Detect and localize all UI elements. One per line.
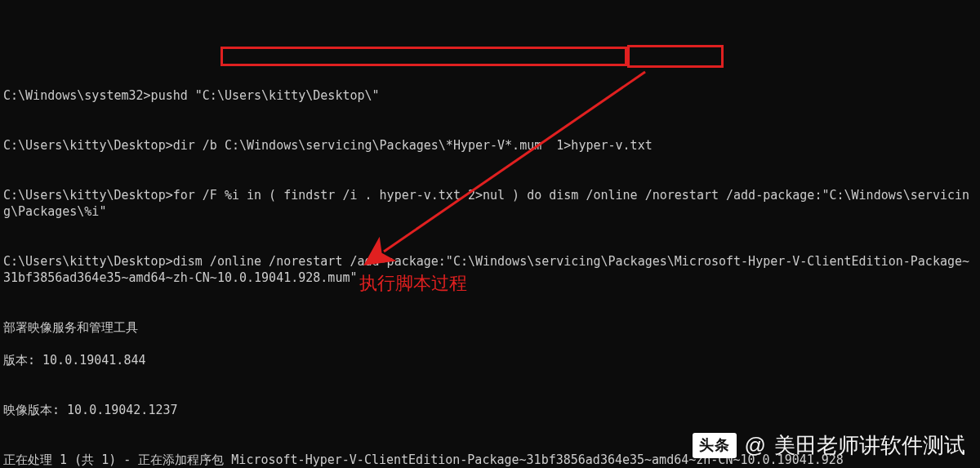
cmd-line: C:\Windows\system32>pushd "C:\Users\kitt… — [3, 87, 977, 104]
cmd-line: C:\Users\kitty\Desktop>dir /b C:\Windows… — [3, 137, 977, 154]
output-line: 部署映像服务和管理工具 — [3, 319, 977, 336]
output-line: 映像版本: 10.0.19042.1237 — [3, 402, 977, 418]
cmd-line: C:\Users\kitty\Desktop>dism /online /nor… — [3, 253, 977, 287]
terminal-output: C:\Windows\system32>pushd "C:\Users\kitt… — [3, 71, 977, 468]
watermark-at: @ — [745, 431, 766, 460]
cmd-line: C:\Users\kitty\Desktop>for /F %i in ( fi… — [3, 187, 977, 221]
watermark-logo: 头条 — [693, 433, 737, 457]
highlight-box — [220, 47, 627, 66]
output-line: 版本: 10.0.19041.844 — [3, 352, 977, 368]
watermark-name: 美田老师讲软件测试 — [774, 431, 965, 460]
highlight-box — [627, 45, 724, 68]
watermark: 头条 @ 美田老师讲软件测试 — [693, 431, 965, 460]
